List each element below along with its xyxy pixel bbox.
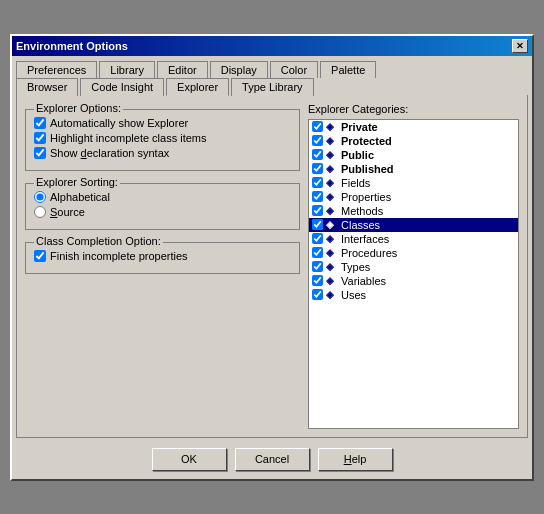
highlight-incomplete-row: Highlight incomplete class items xyxy=(34,132,291,144)
cat-checkbox[interactable] xyxy=(312,163,323,174)
cat-label: Classes xyxy=(341,219,380,231)
cat-item[interactable]: ◈Interfaces xyxy=(309,232,518,246)
cat-label: Variables xyxy=(341,275,386,287)
window-title: Environment Options xyxy=(16,40,128,52)
cat-type-icon: ◈ xyxy=(326,149,338,160)
explorer-options-label: Explorer Options: xyxy=(34,102,123,114)
cancel-button[interactable]: Cancel xyxy=(235,448,310,471)
tab-preferences[interactable]: Preferences xyxy=(16,61,97,78)
show-declaration-row: Show declaration syntax xyxy=(34,147,291,159)
cat-checkbox[interactable] xyxy=(312,191,323,202)
cat-checkbox[interactable] xyxy=(312,233,323,244)
auto-show-explorer-checkbox[interactable] xyxy=(34,117,46,129)
show-declaration-label: Show declaration syntax xyxy=(50,147,169,159)
ok-button[interactable]: OK xyxy=(152,448,227,471)
cat-item[interactable]: ◈Properties xyxy=(309,190,518,204)
cat-type-icon: ◈ xyxy=(326,121,338,132)
cat-type-icon: ◈ xyxy=(326,275,338,286)
alphabetical-row: Alphabetical xyxy=(34,191,291,203)
cat-checkbox[interactable] xyxy=(312,149,323,160)
help-label: Help xyxy=(344,453,367,465)
left-panel: Explorer Options: Automatically show Exp… xyxy=(25,103,300,429)
cat-label: Protected xyxy=(341,135,392,147)
cat-item[interactable]: ◈Public xyxy=(309,148,518,162)
cat-label: Private xyxy=(341,121,378,133)
cat-type-icon: ◈ xyxy=(326,191,338,202)
cat-label: Types xyxy=(341,261,370,273)
cat-item[interactable]: ◈Methods xyxy=(309,204,518,218)
cat-label: Methods xyxy=(341,205,383,217)
finish-incomplete-checkbox[interactable] xyxy=(34,250,46,262)
cat-type-icon: ◈ xyxy=(326,233,338,244)
tab-explorer[interactable]: Explorer xyxy=(166,78,229,96)
title-bar: Environment Options ✕ xyxy=(12,36,532,56)
tab-display[interactable]: Display xyxy=(210,61,268,78)
categories-list: ◈Private◈Protected◈Public◈Published◈Fiel… xyxy=(308,119,519,429)
cat-checkbox[interactable] xyxy=(312,275,323,286)
tab-color[interactable]: Color xyxy=(270,61,318,78)
explorer-options-group: Explorer Options: Automatically show Exp… xyxy=(25,109,300,171)
tabs-row1: Preferences Library Editor Display Color… xyxy=(16,60,528,77)
tab-type-library[interactable]: Type Library xyxy=(231,78,314,96)
auto-show-explorer-label: Automatically show Explorer xyxy=(50,117,188,129)
content-area: Explorer Options: Automatically show Exp… xyxy=(16,95,528,438)
tab-code-insight[interactable]: Code Insight xyxy=(80,78,164,96)
show-declaration-checkbox[interactable] xyxy=(34,147,46,159)
tab-browser[interactable]: Browser xyxy=(16,78,78,96)
finish-incomplete-label: Finish incomplete properties xyxy=(50,250,188,262)
highlight-incomplete-label: Highlight incomplete class items xyxy=(50,132,207,144)
tabs-row2: Browser Code Insight Explorer Type Libra… xyxy=(16,77,528,95)
cat-checkbox[interactable] xyxy=(312,289,323,300)
cat-label: Interfaces xyxy=(341,233,389,245)
cat-label: Uses xyxy=(341,289,366,301)
cat-item[interactable]: ◈Fields xyxy=(309,176,518,190)
cat-type-icon: ◈ xyxy=(326,163,338,174)
cat-checkbox[interactable] xyxy=(312,261,323,272)
cat-item[interactable]: ◈Variables xyxy=(309,274,518,288)
cat-checkbox[interactable] xyxy=(312,205,323,216)
categories-label: Explorer Categories: xyxy=(308,103,519,115)
cat-checkbox[interactable] xyxy=(312,177,323,188)
source-radio[interactable] xyxy=(34,206,46,218)
cat-item[interactable]: ◈Classes xyxy=(309,218,518,232)
tab-library[interactable]: Library xyxy=(99,61,155,78)
highlight-incomplete-checkbox[interactable] xyxy=(34,132,46,144)
title-bar-buttons: ✕ xyxy=(512,39,528,53)
cat-checkbox[interactable] xyxy=(312,219,323,230)
footer: OK Cancel Help xyxy=(12,442,532,479)
cat-item[interactable]: ◈Uses xyxy=(309,288,518,302)
cat-type-icon: ◈ xyxy=(326,219,338,230)
cat-item[interactable]: ◈Protected xyxy=(309,134,518,148)
cat-checkbox[interactable] xyxy=(312,121,323,132)
class-completion-label: Class Completion Option: xyxy=(34,235,163,247)
alphabetical-radio[interactable] xyxy=(34,191,46,203)
cat-type-icon: ◈ xyxy=(326,289,338,300)
cat-label: Fields xyxy=(341,177,370,189)
close-button[interactable]: ✕ xyxy=(512,39,528,53)
cat-type-icon: ◈ xyxy=(326,247,338,258)
cat-label: Procedures xyxy=(341,247,397,259)
source-label: Source xyxy=(50,206,85,218)
cat-item[interactable]: ◈Private xyxy=(309,120,518,134)
cat-item[interactable]: ◈Procedures xyxy=(309,246,518,260)
auto-show-explorer-row: Automatically show Explorer xyxy=(34,117,291,129)
right-panel: Explorer Categories: ◈Private◈Protected◈… xyxy=(308,103,519,429)
environment-options-window: Environment Options ✕ Preferences Librar… xyxy=(10,34,534,481)
explorer-sorting-label: Explorer Sorting: xyxy=(34,176,120,188)
help-button[interactable]: Help xyxy=(318,448,393,471)
alphabetical-label: Alphabetical xyxy=(50,191,110,203)
cat-type-icon: ◈ xyxy=(326,205,338,216)
class-completion-group: Class Completion Option: Finish incomple… xyxy=(25,242,300,274)
explorer-sorting-group: Explorer Sorting: Alphabetical Source xyxy=(25,183,300,230)
tab-palette[interactable]: Palette xyxy=(320,61,376,78)
cat-item[interactable]: ◈Types xyxy=(309,260,518,274)
cat-label: Published xyxy=(341,163,394,175)
cat-checkbox[interactable] xyxy=(312,135,323,146)
cat-item[interactable]: ◈Published xyxy=(309,162,518,176)
cat-type-icon: ◈ xyxy=(326,135,338,146)
cat-checkbox[interactable] xyxy=(312,247,323,258)
cat-label: Public xyxy=(341,149,374,161)
cat-label: Properties xyxy=(341,191,391,203)
tab-editor[interactable]: Editor xyxy=(157,61,208,78)
cat-type-icon: ◈ xyxy=(326,177,338,188)
